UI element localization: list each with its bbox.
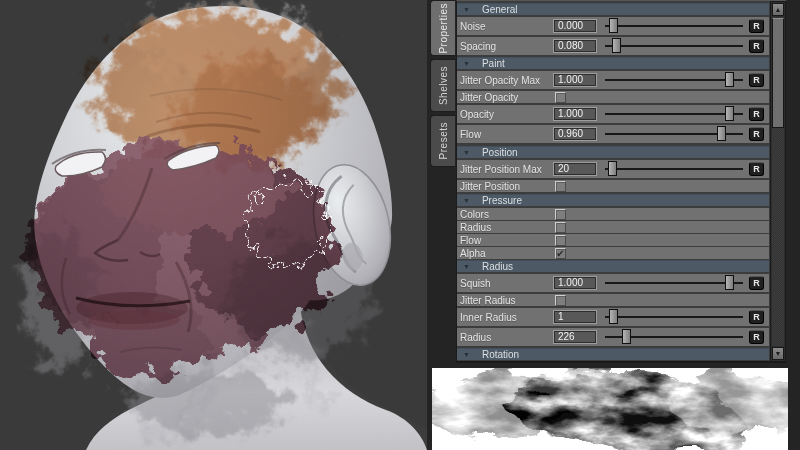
spacing-reset-button[interactable]: R	[749, 39, 764, 53]
row-label: Opacity	[457, 109, 553, 120]
section-rotation: ▼Rotation	[457, 348, 769, 360]
radius-reset-button[interactable]: R	[749, 330, 764, 344]
radius-slider[interactable]	[605, 328, 743, 346]
section-header-rotation[interactable]: ▼Rotation	[457, 348, 769, 360]
slider-thumb[interactable]	[608, 161, 617, 176]
slider-track[interactable]	[605, 316, 743, 318]
row-label: Radius	[457, 222, 553, 233]
collapse-triangle-icon: ▼	[463, 149, 470, 156]
jitter-position-max-value-input[interactable]: 20	[553, 162, 597, 176]
slider-track[interactable]	[605, 282, 743, 284]
jitter-opacity-max-reset-button[interactable]: R	[749, 73, 764, 87]
tab-properties[interactable]: Properties	[430, 0, 455, 56]
noise-value-input[interactable]: 0.000	[553, 19, 597, 33]
row-noise: Noise0.000R	[457, 17, 769, 35]
jitter-position-max-reset-button[interactable]: R	[749, 162, 764, 176]
section-title: Radius	[482, 262, 513, 272]
radius-checkbox[interactable]	[555, 222, 566, 233]
row-flow: Flow0.960R	[457, 125, 769, 143]
jitter-position-checkbox[interactable]	[555, 181, 566, 192]
section-paint: ▼PaintJitter Opacity Max1.000RJitter Opa…	[457, 57, 769, 143]
slider-track[interactable]	[605, 45, 743, 47]
jitter-radius-checkbox[interactable]	[555, 295, 566, 306]
slider-thumb[interactable]	[609, 18, 618, 33]
section-title: General	[482, 5, 518, 15]
row-label: Jitter Position	[457, 181, 553, 192]
row-label: Radius	[457, 332, 553, 343]
alpha-checkbox[interactable]: ✔	[555, 248, 566, 259]
section-radius: ▼RadiusSquish1.000RJitter RadiusInner Ra…	[457, 260, 769, 346]
spacing-slider[interactable]	[605, 37, 743, 55]
section-header-radius[interactable]: ▼Radius	[457, 260, 769, 272]
stamp-preview-image	[432, 368, 788, 450]
scrollbar-thumb[interactable]	[772, 18, 784, 128]
flow-checkbox[interactable]	[555, 235, 566, 246]
flow-slider[interactable]	[605, 125, 743, 143]
section-header-general[interactable]: ▼General	[457, 3, 769, 15]
slider-thumb[interactable]	[725, 106, 734, 121]
tab-shelves[interactable]: Shelves	[430, 59, 455, 112]
section-title: Position	[482, 148, 518, 158]
collapse-triangle-icon: ▼	[463, 351, 470, 358]
slider-thumb[interactable]	[609, 309, 618, 324]
section-header-position[interactable]: ▼Position	[457, 146, 769, 158]
slider-thumb[interactable]	[612, 38, 621, 53]
squish-reset-button[interactable]: R	[749, 276, 764, 290]
opacity-reset-button[interactable]: R	[749, 107, 764, 121]
opacity-slider[interactable]	[605, 105, 743, 123]
row-flow: Flow	[457, 234, 769, 246]
slider-track[interactable]	[605, 168, 743, 170]
section-position: ▼PositionJitter Position Max20RJitter Po…	[457, 146, 769, 192]
jitter-position-max-slider[interactable]	[605, 160, 743, 178]
row-jitter-opacity: Jitter Opacity	[457, 91, 769, 103]
jitter-opacity-checkbox[interactable]	[555, 92, 566, 103]
scroll-up-button[interactable]: ▲	[772, 3, 784, 16]
slider-thumb[interactable]	[725, 72, 734, 87]
stamp-preview[interactable]	[432, 368, 788, 450]
opacity-value-input[interactable]: 1.000	[553, 107, 597, 121]
slider-thumb[interactable]	[622, 329, 631, 344]
section-header-pressure[interactable]: ▼Pressure	[457, 194, 769, 206]
tab-shelves-label: Shelves	[438, 66, 449, 105]
row-alpha: Alpha✔	[457, 247, 769, 259]
row-label: Spacing	[457, 41, 553, 52]
row-label: Alpha	[457, 248, 553, 259]
collapse-triangle-icon: ▼	[463, 197, 470, 204]
row-radius: Radius226R	[457, 328, 769, 346]
row-label: Colors	[457, 209, 553, 220]
row-label: Jitter Position Max	[457, 164, 553, 175]
slider-track[interactable]	[605, 25, 743, 27]
section-pressure: ▼PressureColorsRadiusFlowAlpha✔	[457, 194, 769, 259]
slider-thumb[interactable]	[725, 275, 734, 290]
inner-radius-reset-button[interactable]: R	[749, 310, 764, 324]
jitter-opacity-max-slider[interactable]	[605, 71, 743, 89]
squish-slider[interactable]	[605, 274, 743, 292]
inner-radius-slider[interactable]	[605, 308, 743, 326]
squish-value-input[interactable]: 1.000	[553, 276, 597, 290]
flow-value-input[interactable]: 0.960	[553, 127, 597, 141]
spacing-value-input[interactable]: 0.080	[553, 39, 597, 53]
row-label: Jitter Opacity Max	[457, 75, 553, 86]
noise-slider[interactable]	[605, 17, 743, 35]
section-title: Paint	[482, 59, 505, 69]
slider-track[interactable]	[605, 79, 743, 81]
application-window: Properties Shelves Presets ▼GeneralNoise…	[0, 0, 800, 450]
scroll-down-button[interactable]: ▼	[772, 347, 784, 360]
colors-checkbox[interactable]	[555, 209, 566, 220]
tab-properties-label: Properties	[438, 3, 449, 54]
slider-track[interactable]	[605, 113, 743, 115]
flow-reset-button[interactable]: R	[749, 127, 764, 141]
inner-radius-value-input[interactable]: 1	[553, 310, 597, 324]
row-label: Noise	[457, 21, 553, 32]
noise-reset-button[interactable]: R	[749, 19, 764, 33]
radius-value-input[interactable]: 226	[553, 330, 597, 344]
tab-presets[interactable]: Presets	[430, 115, 455, 167]
section-general: ▼GeneralNoise0.000RSpacing0.080R	[457, 3, 769, 55]
row-jitter-radius: Jitter Radius	[457, 294, 769, 306]
tab-presets-label: Presets	[438, 122, 449, 159]
row-label: Inner Radius	[457, 312, 553, 323]
viewport-canvas[interactable]	[0, 0, 427, 450]
jitter-opacity-max-value-input[interactable]: 1.000	[553, 73, 597, 87]
section-header-paint[interactable]: ▼Paint	[457, 57, 769, 69]
slider-thumb[interactable]	[717, 126, 726, 141]
